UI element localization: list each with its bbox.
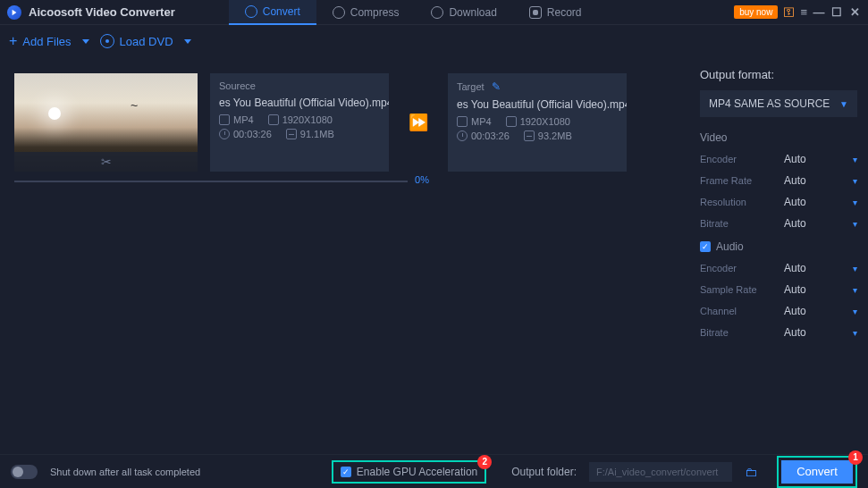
format-icon: [219, 114, 230, 125]
target-duration: 00:03:26: [471, 130, 510, 141]
video-resolution-label: Resolution: [700, 197, 746, 207]
audio-encoder-label: Encoder: [700, 263, 737, 273]
audio-samplerate-select[interactable]: Auto▾: [784, 283, 857, 296]
output-folder-label: Output folder:: [511, 466, 577, 478]
video-resolution-select[interactable]: Auto▾: [784, 196, 857, 208]
chevron-down-icon: ▾: [853, 176, 857, 186]
tab-record[interactable]: Record: [513, 0, 598, 25]
output-format-select[interactable]: MP4 SAME AS SOURCE▼: [700, 90, 857, 117]
annotation-badge-2: 2: [477, 455, 492, 469]
source-format: MP4: [233, 114, 254, 125]
folder-icon[interactable]: 🗀: [745, 465, 757, 479]
target-panel: Target✎ es You Beautiful (Official Video…: [448, 73, 627, 172]
menu-icon[interactable]: ≡: [800, 5, 807, 19]
plus-icon: +: [9, 33, 17, 49]
source-label: Sourece: [219, 80, 256, 91]
download-icon: [431, 6, 443, 19]
audio-checkbox[interactable]: ✓: [700, 241, 711, 252]
chevron-down-icon: ▾: [853, 198, 857, 207]
format-icon: [457, 116, 468, 127]
video-thumbnail[interactable]: ~ ✂: [14, 73, 198, 172]
target-filename: es You Beautiful (Official Video).mp4: [457, 98, 618, 111]
edit-icon[interactable]: ✎: [492, 80, 501, 93]
resolution-icon: [268, 114, 279, 125]
target-dims: 1920X1080: [520, 116, 570, 127]
tab-compress[interactable]: Compress: [316, 0, 416, 25]
compress-icon: [333, 6, 345, 19]
gpu-label: Enable GPU Acceleration: [357, 466, 477, 478]
clock-icon: [457, 130, 468, 141]
tab-convert[interactable]: Convert: [229, 0, 316, 25]
video-bitrate-select[interactable]: Auto▾: [784, 217, 857, 230]
add-files-button[interactable]: +Add Files: [9, 33, 72, 49]
chevron-down-icon: ▾: [853, 264, 857, 273]
video-bitrate-label: Bitrate: [700, 218, 729, 229]
audio-bitrate-select[interactable]: Auto▾: [784, 326, 857, 339]
app-title: Aicoosoft Video Converter: [29, 5, 175, 19]
output-format-title: Output format:: [700, 68, 857, 81]
app-logo-icon: [7, 5, 21, 20]
chevron-down-icon: ▾: [853, 219, 857, 229]
video-item: ~ ✂ Sourece es You Beautiful (Official V…: [14, 73, 689, 172]
add-files-dropdown[interactable]: [82, 39, 89, 44]
minimize-button[interactable]: —: [813, 6, 825, 19]
gpu-checkbox[interactable]: ✓: [341, 467, 351, 477]
disk-icon: [524, 130, 535, 141]
arrow-right-icon: ⏩: [409, 113, 428, 132]
audio-samplerate-label: Sample Rate: [700, 284, 757, 295]
gpu-acceleration-highlight: ✓ Enable GPU Acceleration 2: [332, 460, 486, 484]
shutdown-toggle[interactable]: [11, 465, 38, 479]
buy-now-button[interactable]: buy now: [734, 5, 778, 19]
convert-highlight: Convert 1: [777, 456, 857, 488]
record-icon: [529, 6, 542, 19]
video-framerate-select[interactable]: Auto▾: [784, 174, 857, 187]
source-duration: 00:03:26: [233, 129, 272, 139]
chevron-down-icon: ▾: [853, 328, 857, 338]
audio-channel-select[interactable]: Auto▾: [784, 305, 857, 317]
output-sidebar: Output format: MP4 SAME AS SOURCE▼ Video…: [689, 57, 868, 454]
chevron-down-icon: ▾: [853, 307, 857, 316]
convert-icon: [245, 5, 257, 18]
chevron-down-icon: ▾: [853, 155, 857, 164]
audio-channel-label: Channel: [700, 306, 737, 316]
clock-icon: [219, 129, 230, 139]
source-size: 91.1MB: [300, 129, 334, 139]
maximize-button[interactable]: ☐: [830, 6, 843, 19]
convert-button[interactable]: Convert: [781, 460, 853, 484]
progress-pct: 0%: [415, 174, 429, 185]
tab-download[interactable]: Download: [415, 0, 512, 25]
disk-icon: [286, 129, 297, 139]
chevron-down-icon: ▾: [853, 285, 857, 295]
target-label: Target: [457, 81, 485, 92]
output-folder-input[interactable]: [589, 462, 732, 482]
chevron-down-icon: ▼: [839, 99, 848, 109]
key-icon[interactable]: ⚿: [783, 5, 795, 19]
video-encoder-select[interactable]: Auto▾: [784, 153, 857, 165]
video-encoder-label: Encoder: [700, 154, 737, 164]
load-dvd-button[interactable]: Load DVD: [100, 34, 173, 48]
progress-bar: 0%: [14, 181, 408, 182]
audio-encoder-select[interactable]: Auto▾: [784, 262, 857, 274]
video-section-label: Video: [700, 131, 857, 144]
resolution-icon: [506, 116, 517, 127]
annotation-badge-1: 1: [848, 450, 863, 465]
source-filename: es You Beautiful (Official Video).mp4: [219, 97, 380, 109]
video-framerate-label: Frame Rate: [700, 175, 752, 186]
audio-bitrate-label: Bitrate: [700, 327, 729, 338]
close-button[interactable]: ✕: [848, 6, 861, 19]
load-dvd-dropdown[interactable]: [184, 39, 191, 44]
shutdown-label: Shut down after all task completed: [50, 467, 200, 477]
audio-section-label: Audio: [716, 240, 744, 253]
source-dims: 1920X1080: [282, 114, 333, 125]
dvd-icon: [100, 34, 114, 48]
target-size: 93.2MB: [538, 130, 572, 141]
source-panel: Sourece es You Beautiful (Official Video…: [210, 73, 389, 172]
scissors-icon[interactable]: ✂: [14, 152, 198, 172]
target-format: MP4: [471, 116, 492, 127]
